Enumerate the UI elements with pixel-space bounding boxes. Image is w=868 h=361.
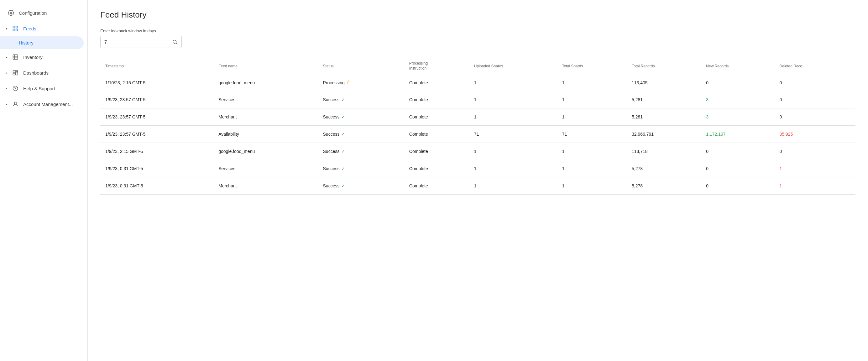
- status-processing: Processing ⏱: [323, 80, 399, 85]
- cell-total-shards: 1: [557, 109, 627, 126]
- cell-total-shards: 1: [557, 91, 627, 109]
- svg-rect-5: [13, 55, 18, 60]
- table-row: 1/10/23, 2:15 GMT-5 google.food_menu Pro…: [100, 74, 856, 91]
- cell-uploaded-shards: 1: [469, 160, 557, 177]
- status-success: Success ✓: [323, 131, 399, 137]
- cell-total-records: 5,278: [627, 160, 701, 177]
- cell-deleted-records: 0: [775, 91, 856, 109]
- sidebar-item-help-support[interactable]: ▸ Help & Support: [0, 81, 84, 96]
- svg-point-0: [10, 12, 12, 14]
- chevron-right-icon: ▸: [6, 55, 7, 59]
- table-row: 1/9/23, 0:31 GMT-5 Services Success ✓ Co…: [100, 160, 856, 177]
- sidebar-item-configuration[interactable]: Configuration: [0, 5, 84, 21]
- check-icon: ✓: [341, 183, 345, 189]
- col-header-total-shards: Total Shards: [557, 58, 627, 74]
- svg-rect-11: [16, 72, 18, 75]
- check-icon: ✓: [341, 97, 345, 102]
- col-header-total-records: Total Records: [627, 58, 701, 74]
- check-icon: ✓: [341, 114, 345, 120]
- cell-feed-name: Merchant: [213, 177, 318, 194]
- gear-icon: [7, 9, 14, 16]
- account-icon: [12, 100, 19, 108]
- col-header-status: Status: [318, 58, 404, 74]
- cell-deleted-records: 0: [775, 143, 856, 160]
- cell-total-shards: 1: [557, 160, 627, 177]
- svg-line-17: [176, 43, 177, 44]
- clock-icon: ⏱: [347, 80, 351, 85]
- search-label: Enter lookback window in days: [100, 29, 856, 33]
- cell-total-records: 113,718: [627, 143, 701, 160]
- dashboard-icon: [12, 69, 19, 76]
- cell-feed-name: google.food_menu: [213, 143, 318, 160]
- svg-rect-9: [13, 70, 16, 73]
- status-success: Success ✓: [323, 166, 399, 172]
- cell-status: Processing ⏱: [318, 74, 404, 91]
- cell-processing-instruction: Complete: [404, 177, 469, 194]
- status-success: Success ✓: [323, 183, 399, 189]
- cell-new-records: 1,172,197: [701, 126, 774, 143]
- sidebar-item-inventory[interactable]: ▸ Inventory: [0, 49, 84, 65]
- cell-new-records: 3: [701, 91, 774, 109]
- page-title: Feed History: [100, 10, 856, 20]
- cell-feed-name: Services: [213, 91, 318, 109]
- cell-new-records: 3: [701, 109, 774, 126]
- check-icon: ✓: [341, 131, 345, 137]
- col-header-feed-name: Feed name: [213, 58, 318, 74]
- cell-timestamp: 1/10/23, 2:15 GMT-5: [100, 74, 213, 91]
- cell-total-records: 5,281: [627, 109, 701, 126]
- sidebar-item-account-management[interactable]: ▸ Account Management...: [0, 96, 84, 112]
- cell-processing-instruction: Complete: [404, 91, 469, 109]
- cell-total-records: 5,278: [627, 177, 701, 194]
- sidebar-item-feeds[interactable]: ▾ Feeds: [0, 21, 84, 36]
- search-button[interactable]: [168, 37, 181, 47]
- cell-timestamp: 1/9/23, 23:57 GMT-5: [100, 126, 213, 143]
- cell-processing-instruction: Complete: [404, 109, 469, 126]
- cell-new-records: 0: [701, 160, 774, 177]
- cell-deleted-records: 35,925: [775, 126, 856, 143]
- col-header-uploaded-shards: Uploaded Shards: [469, 58, 557, 74]
- status-success: Success ✓: [323, 149, 399, 154]
- cell-uploaded-shards: 1: [469, 177, 557, 194]
- table-row: 1/9/23, 23:57 GMT-5 Merchant Success ✓ C…: [100, 109, 856, 126]
- sidebar: Configuration ▾ Feeds History ▸ Invento: [0, 0, 88, 361]
- cell-total-shards: 71: [557, 126, 627, 143]
- cell-feed-name: Availability: [213, 126, 318, 143]
- cell-new-records: 0: [701, 74, 774, 91]
- cell-total-shards: 1: [557, 177, 627, 194]
- table-row: 1/9/23, 23:57 GMT-5 Availability Success…: [100, 126, 856, 143]
- search-icon: [172, 39, 178, 45]
- cell-feed-name: Services: [213, 160, 318, 177]
- cell-new-records: 0: [701, 177, 774, 194]
- sidebar-item-dashboards-label: Dashboards: [23, 70, 49, 76]
- chevron-right-icon3: ▸: [6, 87, 7, 91]
- cell-timestamp: 1/9/23, 23:57 GMT-5: [100, 109, 213, 126]
- cell-total-records: 32,966,791: [627, 126, 701, 143]
- cell-uploaded-shards: 1: [469, 143, 557, 160]
- sidebar-item-help-label: Help & Support: [23, 86, 55, 91]
- svg-rect-12: [13, 73, 16, 75]
- main-content: Feed History Enter lookback window in da…: [88, 0, 868, 361]
- cell-deleted-records: 0: [775, 109, 856, 126]
- table-row: 1/9/23, 0:31 GMT-5 Merchant Success ✓ Co…: [100, 177, 856, 194]
- col-header-new-records: New Records: [701, 58, 774, 74]
- search-box: [100, 36, 182, 48]
- cell-feed-name: google.food_menu: [213, 74, 318, 91]
- cell-status: Success ✓: [318, 143, 404, 160]
- svg-rect-3: [13, 29, 15, 31]
- svg-rect-1: [13, 26, 15, 28]
- cell-uploaded-shards: 71: [469, 126, 557, 143]
- sidebar-item-history[interactable]: History: [0, 36, 84, 49]
- table-row: 1/9/23, 23:57 GMT-5 Services Success ✓ C…: [100, 91, 856, 109]
- cell-total-shards: 1: [557, 143, 627, 160]
- cell-total-records: 5,281: [627, 91, 701, 109]
- cell-uploaded-shards: 1: [469, 109, 557, 126]
- cell-processing-instruction: Complete: [404, 160, 469, 177]
- col-header-processing: ProcessingInstruction: [404, 58, 469, 74]
- cell-timestamp: 1/9/23, 0:31 GMT-5: [100, 160, 213, 177]
- cell-new-records: 0: [701, 143, 774, 160]
- cell-timestamp: 1/9/23, 23:57 GMT-5: [100, 91, 213, 109]
- cell-total-shards: 1: [557, 74, 627, 91]
- search-input[interactable]: [101, 36, 168, 48]
- sidebar-item-dashboards[interactable]: ▸ Dashboards: [0, 65, 84, 81]
- cell-status: Success ✓: [318, 177, 404, 194]
